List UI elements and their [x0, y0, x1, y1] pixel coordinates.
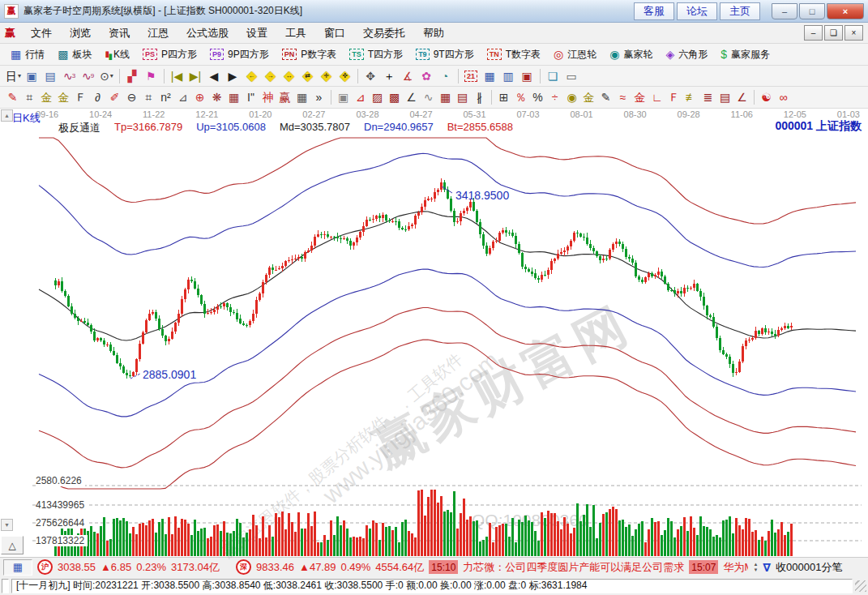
ying-tool[interactable]: 赢 [276, 89, 293, 105]
i-bars-tool[interactable]: I" [242, 89, 259, 105]
diamond-shift-right-button[interactable]: ◆ → [261, 68, 280, 84]
zoom-triangle-button[interactable]: △ [1, 536, 24, 554]
more-tools-chevron[interactable]: » [310, 89, 327, 105]
diamond-contract-button[interactable]: ◆ ⇄ [298, 68, 317, 84]
toolbar-kline[interactable]: ▮ K线 [98, 46, 136, 63]
gold-circle-tool[interactable]: ◉ [563, 89, 580, 105]
diamond-full-button[interactable]: ◆ ✜ [336, 68, 354, 84]
compass-tool[interactable]: ⊿ [174, 89, 191, 105]
gold-ladder2-tool[interactable]: 金 [55, 89, 72, 105]
grid-target-tool[interactable]: ▦ [225, 89, 242, 105]
percent-tool[interactable]: % [529, 89, 546, 105]
next-bar-button[interactable]: ▶ [224, 68, 242, 84]
status-splitter[interactable] [2, 579, 9, 593]
sz-index-price[interactable]: 9833.46 [256, 561, 294, 573]
slant-lines-tool[interactable]: ∦ [471, 89, 488, 105]
spinner-up-icon[interactable]: ▲ [753, 562, 758, 567]
prev-bar-button[interactable]: ◀ [205, 68, 224, 84]
angle-lines-tool[interactable]: ∠ [403, 89, 420, 105]
window-grid-tool[interactable]: ▣ [335, 89, 352, 105]
wave-gold-tool[interactable]: ≈ [614, 89, 631, 105]
sh-index-price[interactable]: 3038.55 [58, 561, 96, 573]
toolbar-sectors[interactable]: ▩ 板块 [51, 46, 98, 63]
diamond-center-button[interactable]: ◆ ✛ [317, 68, 336, 84]
brush-tool[interactable]: ✎ [4, 89, 21, 105]
ticker-spinner[interactable]: ▲ ▼ [753, 562, 758, 572]
diamond-expand-button[interactable]: ◆ ↔ [280, 68, 298, 84]
export-button[interactable]: ❏ [544, 68, 562, 84]
notepad-button[interactable]: ▥ [499, 68, 518, 84]
box-weave-tool[interactable]: ▩ [386, 89, 403, 105]
grid-123-tool[interactable]: ▦ [293, 89, 310, 105]
menu-help[interactable]: 帮助 [414, 24, 453, 43]
minimize-button[interactable]: – [772, 3, 797, 19]
diamond-shift-left-button[interactable]: ◆ ← [242, 68, 261, 84]
news-ticker-text[interactable]: 力芯微：公司四季度圆片产能可以满足公司需求 [463, 560, 684, 575]
menu-formula-stockpick[interactable]: 公式选股 [177, 24, 237, 43]
window-restore-icon[interactable]: ▣ [23, 68, 41, 84]
f-lines-tool[interactable]: Ｆ [665, 89, 682, 105]
kline-chart[interactable] [0, 109, 868, 557]
menu-gann[interactable]: 江恩 [139, 24, 177, 43]
toolbar-t-square[interactable]: TS T四方形 [343, 46, 409, 63]
resize-grip[interactable] [855, 580, 866, 592]
info-doc-icon[interactable]: ▤ [41, 68, 60, 84]
mark-kline-icon[interactable]: ▞ [123, 68, 142, 84]
toolbar-winner-wheel[interactable]: ◉ 赢家轮 [603, 46, 659, 63]
angle-measure-button[interactable]: ∡ [399, 68, 417, 84]
shen-tool[interactable]: 神 [259, 89, 276, 105]
toolbar-p-square[interactable]: PS P四方形 [136, 46, 203, 63]
gold-ladder-tool[interactable]: 金 [38, 89, 55, 105]
infinity-tool[interactable]: ∞ [775, 89, 792, 105]
link-home[interactable]: 主页 [720, 2, 760, 20]
menu-settings[interactable]: 设置 [237, 24, 276, 43]
ladder-tool[interactable]: ⌗ [21, 89, 38, 105]
angle-f-tool[interactable]: ∟ [648, 89, 665, 105]
dial-tool[interactable]: ⊖ [123, 89, 140, 105]
percent-div-tool[interactable]: ÷ [546, 89, 563, 105]
wave3-icon[interactable]: ∿ 3 [60, 68, 79, 84]
yinyang-tool[interactable]: ☯ [758, 89, 775, 105]
brush-price-tool[interactable]: ✎ [597, 89, 614, 105]
brush2-tool[interactable]: ✐ [106, 89, 123, 105]
wave9-icon[interactable]: ∿ 9 [79, 68, 97, 84]
menu-trade[interactable]: 交易委托 [354, 24, 414, 43]
spiral-tool[interactable]: ∂ [89, 89, 106, 105]
link-forum[interactable]: 论坛 [677, 2, 717, 20]
first-bar-button[interactable]: |◀ [168, 68, 186, 84]
menu-browse[interactable]: 浏览 [61, 24, 100, 43]
menu-news[interactable]: 资讯 [100, 24, 139, 43]
last-bar-button[interactable]: ▶| [186, 68, 205, 84]
gold-slash-tool[interactable]: ≢ [682, 89, 699, 105]
target-tool[interactable]: ⊕ [191, 89, 208, 105]
scroll-up-button[interactable]: ▲ [1, 109, 13, 122]
grid-num2-tool[interactable]: ▤ [454, 89, 471, 105]
period-day-button[interactable]: 日 ▾ [4, 68, 23, 84]
gann-flower-button[interactable]: ✿ [417, 68, 436, 84]
spinner-down-icon[interactable]: ▼ [753, 567, 758, 572]
save-button[interactable]: ▣ [518, 68, 537, 84]
toolbar-gann-wheel[interactable]: ◎ 江恩轮 [547, 46, 603, 63]
speed-lines-tool[interactable]: ≣ [699, 89, 716, 105]
wheel-tool[interactable]: ❋ [208, 89, 225, 105]
news-ticker-text-2[interactable]: 华为M [723, 560, 748, 575]
menu-window[interactable]: 窗口 [315, 24, 354, 43]
hand-tool-button[interactable]: ✥ [361, 68, 380, 84]
rays-fan-tool[interactable]: ⊿ [352, 89, 369, 105]
print-button[interactable]: ▭ [562, 68, 581, 84]
toolbar-t-table[interactable]: TN T数字表 [481, 46, 547, 63]
maximize-button[interactable]: □ [799, 3, 825, 19]
magnify-dropdown-button[interactable]: ⊙ ▾ [97, 68, 116, 84]
ladder2-tool[interactable]: ⌗ [140, 89, 157, 105]
mdi-close-button[interactable]: × [844, 25, 863, 41]
toolbar-winner-service[interactable]: $ 赢家服务 [714, 46, 776, 63]
toolbar-9t-square[interactable]: T9 9T四方形 [409, 46, 481, 63]
price-scale-tool[interactable]: ⊞ [495, 89, 512, 105]
box-lines-tool[interactable]: ▤ [716, 89, 733, 105]
quote-table-button[interactable]: ▦ [3, 559, 32, 576]
globe-tool-button[interactable]: ◔ [436, 68, 455, 84]
slant2-tool[interactable]: ∠ [733, 89, 750, 105]
toolbar-hexagon[interactable]: ◈ 六角形 [659, 46, 714, 63]
gold2-tool[interactable]: 金 [631, 89, 648, 105]
crosshair-tool-button[interactable]: ＋ [380, 68, 399, 84]
